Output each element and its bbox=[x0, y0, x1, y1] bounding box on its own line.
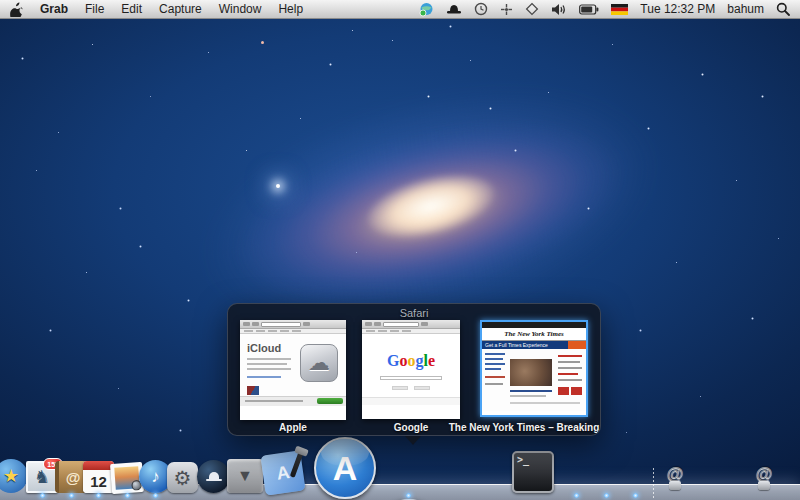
google-page: Google bbox=[362, 334, 460, 405]
dock-mail-icon[interactable]: ♞ 158 bbox=[26, 461, 58, 493]
window-thumb-apple[interactable]: iCloud ☁ bbox=[240, 320, 346, 420]
dock-at-stand-2-icon[interactable]: @ bbox=[751, 463, 777, 493]
running-indicator bbox=[633, 493, 638, 498]
stand-base bbox=[669, 481, 681, 490]
dock-app-store-icon[interactable]: A bbox=[314, 437, 376, 499]
calendar-day: 12 bbox=[83, 470, 114, 493]
battery-icon[interactable] bbox=[579, 4, 599, 15]
expose-panel: Safari iCloud ☁ Google bbox=[227, 303, 601, 436]
window-label-google: Google bbox=[394, 422, 428, 433]
menu-capture[interactable]: Capture bbox=[159, 2, 202, 16]
nyt-photo bbox=[510, 359, 552, 386]
running-indicator bbox=[40, 493, 45, 498]
menubar-user[interactable]: bahum bbox=[727, 2, 764, 16]
icloud-heading: iCloud bbox=[247, 342, 281, 354]
mini-browser-toolbar bbox=[240, 320, 346, 329]
window-label-apple: Apple bbox=[279, 422, 307, 433]
dock-installer-icon[interactable]: ▼ bbox=[227, 459, 263, 493]
running-indicator bbox=[153, 493, 158, 498]
xcode-hammer bbox=[290, 448, 305, 478]
spotlight-icon[interactable] bbox=[776, 2, 790, 16]
nyt-red-module bbox=[558, 387, 569, 395]
bright-star bbox=[276, 184, 280, 188]
stand-base bbox=[758, 481, 770, 490]
menu-bar: Grab File Edit Capture Window Help bbox=[0, 0, 800, 19]
running-indicator bbox=[574, 493, 579, 498]
nyt-page-body bbox=[482, 349, 586, 411]
google-logo: Google bbox=[362, 352, 460, 370]
dock-system-preferences-icon[interactable]: ⚙ bbox=[167, 462, 198, 493]
fan-icon[interactable] bbox=[500, 3, 513, 16]
icloud-green-button bbox=[317, 398, 343, 404]
dock: ★ ♞ 158 @ 12 ♪ ⚙ ▼ A A >_ ✂ @ @ bbox=[0, 444, 800, 500]
volume-icon[interactable] bbox=[551, 3, 567, 16]
clock-icon[interactable] bbox=[474, 2, 488, 16]
icloud-thumb-photo bbox=[247, 386, 259, 395]
running-indicator bbox=[96, 493, 101, 498]
icloud-page: iCloud ☁ bbox=[240, 334, 346, 406]
menu-file[interactable]: File bbox=[85, 2, 104, 16]
nyt-masthead: The New York Times bbox=[482, 328, 586, 341]
german-flag-icon[interactable] bbox=[611, 4, 628, 15]
running-indicator bbox=[604, 493, 609, 498]
running-indicator bbox=[406, 493, 411, 498]
google-button bbox=[414, 386, 430, 390]
dock-xcode-icon[interactable]: A bbox=[260, 450, 305, 495]
window-label-nyt: The New York Times – Breaking N… bbox=[449, 422, 601, 433]
nyt-red-module bbox=[571, 387, 582, 395]
app-menu-grab[interactable]: Grab bbox=[40, 2, 68, 16]
menu-window[interactable]: Window bbox=[219, 2, 262, 16]
window-thumb-nyt[interactable]: The New York Times Get a Full Times Expe… bbox=[480, 320, 588, 417]
dock-terminal-icon[interactable]: >_ bbox=[512, 451, 554, 493]
icloud-cloud-icon: ☁ bbox=[300, 344, 338, 382]
dock-separator bbox=[653, 468, 654, 498]
menu-help[interactable]: Help bbox=[278, 2, 303, 16]
google-button bbox=[392, 386, 408, 390]
dock-search-utility-icon[interactable] bbox=[197, 460, 230, 493]
google-footer bbox=[362, 397, 460, 405]
menu-edit[interactable]: Edit bbox=[121, 2, 142, 16]
running-indicator bbox=[69, 493, 74, 498]
black-hat-icon[interactable] bbox=[446, 3, 462, 16]
nyt-banner: Get a Full Times Experience bbox=[482, 341, 586, 349]
running-indicator bbox=[125, 493, 130, 498]
bowler-hat bbox=[206, 472, 222, 481]
dock-at-stand-icon[interactable]: @ bbox=[662, 463, 688, 493]
menubar-clock[interactable]: Tue 12:32 PM bbox=[640, 2, 715, 16]
mini-browser-toolbar bbox=[362, 320, 460, 329]
diamond-icon[interactable] bbox=[525, 2, 539, 16]
expose-app-title: Safari bbox=[228, 307, 600, 319]
expose-pointer-arrow bbox=[405, 436, 421, 445]
apple-menu-icon[interactable] bbox=[10, 2, 23, 17]
window-thumb-google[interactable]: Google bbox=[362, 320, 460, 419]
sync-globe-icon[interactable] bbox=[419, 2, 434, 17]
google-search-box bbox=[380, 376, 442, 380]
